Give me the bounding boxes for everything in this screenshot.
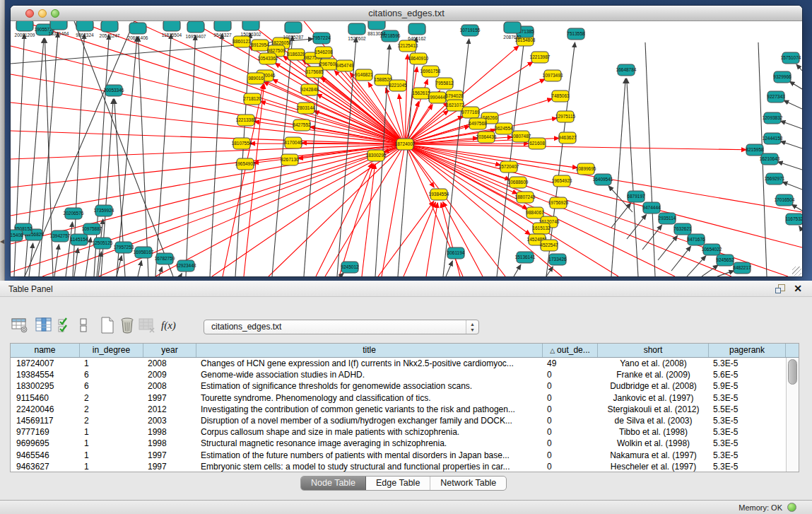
table-cell[interactable]: 0 bbox=[543, 450, 598, 460]
table-cell[interactable]: 9777169 bbox=[11, 427, 80, 437]
table-row[interactable]: 946362711997Embryonic stem cells: a mode… bbox=[11, 461, 786, 472]
table-cell[interactable]: 2008 bbox=[143, 358, 196, 368]
graph-node[interactable]: 9245012 bbox=[341, 262, 359, 273]
table-cell[interactable]: 1 bbox=[80, 450, 143, 460]
graph-node[interactable]: 8215958 bbox=[746, 144, 764, 156]
graph-node[interactable]: 13942757 bbox=[50, 230, 71, 242]
network-canvas[interactable]: 1872400718300295193845548860123891295418… bbox=[11, 21, 802, 276]
graph-node[interactable]: 9474444 bbox=[642, 202, 661, 214]
column-header-out_de[interactable]: △out_de... bbox=[543, 344, 598, 357]
graph-node[interactable]: 6497568 bbox=[469, 118, 487, 129]
collapsed-panel-strip[interactable]: ◀ bbox=[0, 0, 5, 281]
table-row[interactable]: 969969511998Structural magnetic resonanc… bbox=[11, 438, 786, 449]
graph-node[interactable]: 12213383 bbox=[236, 115, 257, 126]
table-cell[interactable]: 1998 bbox=[143, 438, 196, 448]
graph-node[interactable]: 18724007 bbox=[395, 139, 416, 150]
table-cell[interactable]: 5.3E-5 bbox=[709, 462, 786, 472]
table-select-dropdown[interactable]: citations_edges.txt ▲▼ bbox=[204, 320, 479, 334]
table-cell[interactable]: 2008 bbox=[143, 381, 196, 391]
table-cell[interactable]: 5.3E-5 bbox=[709, 427, 786, 437]
table-cell[interactable]: 2 bbox=[80, 393, 143, 403]
column-header-in_degree[interactable]: in_degree bbox=[80, 344, 143, 357]
table-cell[interactable]: 1 bbox=[80, 427, 143, 437]
new-table-icon[interactable] bbox=[99, 317, 116, 334]
graph-node[interactable]: 20691406 bbox=[128, 23, 148, 40]
table-cell[interactable]: 5.5E-5 bbox=[709, 404, 786, 414]
graph-node[interactable]: 1527602 bbox=[348, 23, 366, 41]
graph-node[interactable]: 18381464 bbox=[49, 21, 69, 36]
table-cell[interactable]: Tibbo et al. (1998) bbox=[598, 427, 709, 437]
graph-node[interactable]: 19756928 bbox=[548, 197, 569, 209]
table-cell[interactable]: 0 bbox=[543, 381, 598, 391]
graph-node[interactable]: 20364436 bbox=[476, 132, 497, 143]
table-cell[interactable]: 18724007 bbox=[11, 358, 80, 368]
graph-node[interactable]: 18107554 bbox=[232, 138, 252, 149]
select-columns-icon[interactable] bbox=[35, 317, 52, 334]
graph-node[interactable]: 7485063 bbox=[551, 90, 570, 102]
table-cell[interactable]: 5.3E-5 bbox=[709, 393, 786, 403]
table-cell[interactable]: 5.9E-5 bbox=[709, 381, 786, 391]
graph-node[interactable]: 7632621 bbox=[673, 223, 692, 235]
graph-node[interactable]: 20541247 bbox=[100, 21, 120, 38]
table-cell[interactable]: Structural magnetic resonance image aver… bbox=[196, 438, 543, 448]
graph-node[interactable]: 8482217 bbox=[733, 262, 751, 274]
graph-node[interactable]: 1546208 bbox=[314, 47, 333, 58]
table-cell[interactable]: 19384554 bbox=[11, 370, 80, 380]
graph-node[interactable]: 12213987 bbox=[530, 52, 551, 63]
table-row[interactable]: 1938455462009Genome-wide association stu… bbox=[11, 369, 786, 380]
table-cell[interactable]: 0 bbox=[543, 438, 598, 448]
table-cell[interactable]: 5.3E-5 bbox=[709, 450, 786, 460]
graph-node[interactable]: 6466162 bbox=[408, 23, 426, 41]
table-cell[interactable]: Dudbridge et al. (2008) bbox=[598, 381, 709, 391]
graph-node[interactable]: 11815504 bbox=[162, 21, 182, 37]
graph-node[interactable]: 8267130 bbox=[281, 154, 299, 165]
table-cell[interactable]: Estimation of the future numbers of pati… bbox=[196, 450, 543, 460]
graph-node[interactable]: 8471676 bbox=[687, 234, 705, 245]
graph-node[interactable]: 10855287 bbox=[283, 22, 304, 40]
table-cell[interactable]: 9115460 bbox=[11, 393, 80, 403]
table-settings-icon[interactable] bbox=[11, 317, 28, 334]
graph-node[interactable]: 1145154 bbox=[71, 234, 88, 245]
graph-node[interactable]: 8912954 bbox=[251, 40, 269, 51]
column-header-pagerank[interactable]: pagerank bbox=[709, 344, 786, 357]
graph-node[interactable]: 10688609 bbox=[508, 177, 529, 188]
graph-node[interactable]: 989016 bbox=[247, 73, 264, 84]
collapse-arrow-icon[interactable]: ◀ bbox=[0, 239, 4, 245]
graph-node[interactable]: 9245652 bbox=[716, 255, 734, 266]
table-cell[interactable]: 6 bbox=[80, 381, 143, 391]
graph-node[interactable]: 1167532 bbox=[786, 214, 802, 225]
table-cell[interactable]: 2003 bbox=[143, 416, 196, 426]
window-resize-grip[interactable] bbox=[792, 267, 801, 276]
graph-node[interactable]: 3915408 bbox=[11, 230, 23, 241]
table-cell[interactable]: 14569117 bbox=[11, 416, 80, 426]
graph-node[interactable]: 9546327 bbox=[213, 21, 232, 37]
graph-node[interactable]: 17359924 bbox=[94, 205, 114, 216]
graph-node[interactable]: 12093832 bbox=[763, 112, 783, 124]
table-cell[interactable]: Hescheler et al. (1997) bbox=[598, 462, 709, 472]
graph-node[interactable]: 15056302 bbox=[241, 21, 261, 37]
table-cell[interactable]: 0 bbox=[543, 404, 598, 414]
graph-node[interactable]: 16782759 bbox=[155, 253, 175, 264]
table-row[interactable]: 1830029562008Estimation of significance … bbox=[11, 380, 786, 392]
table-cell[interactable]: Nakamura et al. (1997) bbox=[598, 450, 709, 460]
graph-node[interactable]: 1615132 bbox=[532, 223, 551, 234]
graph-node[interactable]: 2803144 bbox=[297, 103, 315, 114]
graph-node[interactable]: 20206576 bbox=[64, 208, 84, 219]
graph-node[interactable]: 9329966 bbox=[773, 71, 792, 83]
float-panel-icon[interactable] bbox=[775, 284, 785, 293]
column-header-year[interactable]: year bbox=[143, 344, 196, 357]
graph-node[interactable]: 16409541 bbox=[593, 174, 613, 185]
table-cell[interactable]: 0 bbox=[543, 370, 598, 380]
table-cell[interactable]: Stergiakouli et al. (2012) bbox=[598, 404, 709, 414]
graph-node[interactable]: 4170046 bbox=[284, 137, 302, 148]
graph-node[interactable]: 7957224 bbox=[312, 33, 331, 44]
table-cell[interactable]: 18300295 bbox=[11, 381, 80, 391]
network-window-titlebar[interactable]: citations_edges.txt bbox=[11, 6, 802, 21]
tab-node-table[interactable]: Node Table bbox=[301, 477, 366, 490]
table-cell[interactable]: Tourette syndrome. Phenomenology and cla… bbox=[196, 393, 543, 403]
graph-node[interactable]: 8186328 bbox=[287, 49, 305, 60]
table-cell[interactable]: 1998 bbox=[143, 427, 196, 437]
table-row[interactable]: 911546021997Tourette syndrome. Phenomeno… bbox=[11, 392, 786, 404]
graph-node[interactable]: 9463627 bbox=[558, 132, 577, 144]
graph-node[interactable]: 12923448 bbox=[176, 260, 196, 271]
